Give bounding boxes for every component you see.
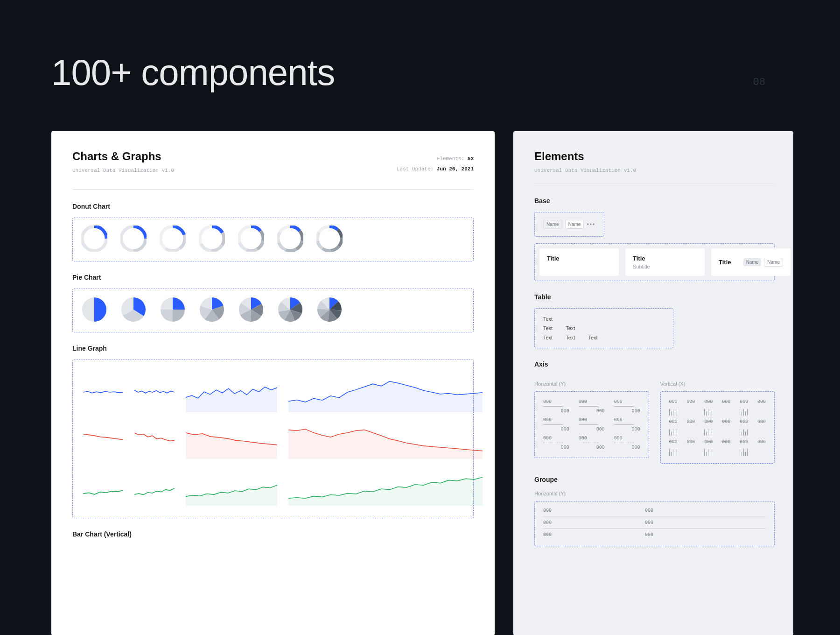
update-label: Last Update: xyxy=(397,166,434,172)
donut-chart-5 xyxy=(238,226,264,254)
elements-panel: Elements Universal Data Visualization v1… xyxy=(513,131,793,635)
sparkline-red-small xyxy=(133,418,175,460)
sparkline-green-tiny xyxy=(82,465,124,507)
axis-h-cell: 000000 xyxy=(579,417,605,432)
pie-chart-1 xyxy=(81,296,107,325)
donut-chart-3 xyxy=(160,226,186,254)
axis-h-cell: 000000 xyxy=(543,417,569,432)
pie-chart-4 xyxy=(199,296,225,325)
pie-row xyxy=(72,289,474,332)
donut-chart-6 xyxy=(277,226,303,254)
table-cell: Text xyxy=(588,335,597,340)
groupe-heading: Groupe xyxy=(534,476,775,483)
sparkline-blue-tiny xyxy=(82,371,124,413)
donut-row xyxy=(72,218,474,261)
pie-chart-2 xyxy=(120,296,147,325)
sparkline-blue-small xyxy=(133,371,175,413)
sparkline-green-large xyxy=(287,468,483,507)
sparkline-blue-medium xyxy=(185,374,278,413)
elements-label: Elements: xyxy=(437,156,464,162)
card-row: Title Title Subtitle Title Name Name xyxy=(534,243,775,281)
card1-title: Title xyxy=(547,255,611,262)
axis-v-cell: 000000 xyxy=(704,439,730,456)
panel-right-title: Elements xyxy=(534,150,775,163)
chip-name-solid[interactable]: Name xyxy=(565,220,584,229)
axis-v-cell: 000000 xyxy=(704,419,730,436)
axis-h-cell: 000000 xyxy=(614,399,640,414)
card3-tag2: Name xyxy=(764,258,783,267)
grp-tick: 000 xyxy=(543,532,552,537)
donut-chart-1 xyxy=(81,226,107,254)
donut-chart-4 xyxy=(199,226,225,254)
charts-panel: Charts & Graphs Universal Data Visualiza… xyxy=(51,131,495,635)
axis-heading: Axis xyxy=(534,360,775,368)
axis-v-box: 0000000000000000000000000000000000000000… xyxy=(660,391,775,464)
card-title-subtitle[interactable]: Title Subtitle xyxy=(625,248,705,276)
section-line-title: Line Graph xyxy=(72,345,474,352)
pie-chart-7 xyxy=(316,296,343,325)
card-title-tags[interactable]: Title Name Name xyxy=(711,248,791,276)
grp-tick: 000 xyxy=(645,520,653,525)
card3-title: Title xyxy=(719,259,731,266)
axis-h-cell: 000000 xyxy=(614,436,640,450)
sparkline-blue-large xyxy=(287,375,483,413)
pie-chart-5 xyxy=(238,296,264,325)
elements-count: 53 xyxy=(468,156,474,162)
base-chip-box: Name Name ••• xyxy=(534,212,604,237)
base-heading: Base xyxy=(534,197,775,205)
axis-h-cell: 000000 xyxy=(614,417,640,432)
grp-tick: 000 xyxy=(543,520,552,525)
table-cell: Text xyxy=(543,335,553,340)
hero-title: 100+ components xyxy=(51,51,335,94)
axis-h-cell: 000000 xyxy=(579,436,605,450)
axis-v-cell: 000000 xyxy=(704,399,730,416)
pie-chart-6 xyxy=(277,296,303,325)
groupe-box: 000000 000000 000000 xyxy=(534,501,775,546)
donut-chart-2 xyxy=(120,226,147,254)
axis-h-label: Horizontal (Y) xyxy=(534,381,649,387)
sparkline-green-medium xyxy=(185,467,278,507)
donut-chart-7 xyxy=(316,226,343,254)
grp-tick: 000 xyxy=(543,508,552,513)
section-donut-title: Donut Chart xyxy=(72,203,474,210)
axis-h-box: 0000000000000000000000000000000000000000… xyxy=(534,391,649,458)
section-barv-title: Bar Chart (Vertical) xyxy=(72,530,474,538)
grp-tick: 000 xyxy=(645,508,653,513)
sparkline-red-medium xyxy=(185,421,278,460)
axis-h-cell: 000000 xyxy=(543,436,569,450)
groupe-sub: Horizontal (Y) xyxy=(534,491,775,496)
more-icon[interactable]: ••• xyxy=(587,221,595,228)
axis-v-cell: 000000 xyxy=(669,399,695,416)
card-title-only[interactable]: Title xyxy=(539,248,619,276)
axis-v-cell: 000000 xyxy=(669,439,695,456)
card2-subtitle: Subtitle xyxy=(633,264,697,269)
page-number: 08 xyxy=(753,77,765,88)
sparkline-red-tiny xyxy=(82,418,124,460)
pie-chart-3 xyxy=(160,296,186,325)
chip-name-outline[interactable]: Name xyxy=(543,220,562,229)
card3-tag1: Name xyxy=(743,258,762,266)
panel-right-subtitle: Universal Data Visualization v1.0 xyxy=(534,168,775,173)
table-cell: Text xyxy=(566,335,575,340)
table-cell: Text xyxy=(566,325,575,331)
axis-v-label: Vertical (X) xyxy=(660,381,775,387)
grp-tick: 000 xyxy=(645,532,653,537)
axis-h-cell: 000000 xyxy=(579,399,605,414)
table-cell: Text xyxy=(543,325,553,331)
table-cell: Text xyxy=(543,316,553,322)
axis-v-cell: 000000 xyxy=(740,399,766,416)
card2-title: Title xyxy=(633,255,697,262)
sparkline-green-small xyxy=(133,465,175,507)
update-value: Jun 26, 2021 xyxy=(437,166,474,172)
panel-left-subtitle: Universal Data Visualization v1.0 xyxy=(72,168,174,173)
axis-h-cell: 000000 xyxy=(543,399,569,414)
line-graph-panel xyxy=(72,360,474,518)
axis-v-cell: 000000 xyxy=(740,419,766,436)
sparkline-red-large xyxy=(287,422,483,460)
table-box: Text Text Text Text Text Text xyxy=(534,308,673,348)
section-pie-title: Pie Chart xyxy=(72,274,474,281)
axis-v-cell: 000000 xyxy=(740,439,766,456)
axis-v-cell: 000000 xyxy=(669,419,695,436)
panel-left-title: Charts & Graphs xyxy=(72,150,174,163)
table-heading: Table xyxy=(534,293,775,301)
